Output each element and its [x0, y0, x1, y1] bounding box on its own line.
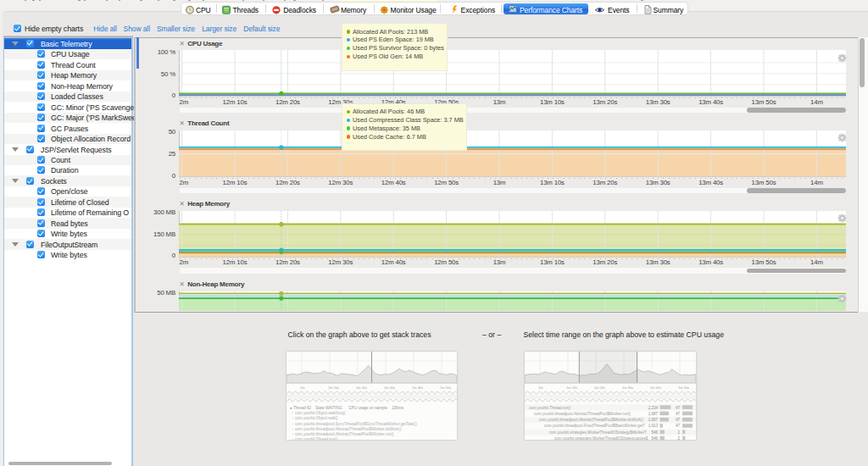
- svg-text:↑: ↑: [292, 432, 293, 436]
- svg-text:com.yourkit.Object.wait(): com.yourkit.Object.wait(): [295, 416, 338, 420]
- svg-text:↑: ↑: [292, 411, 293, 415]
- svg-text:com.yourkit.strategies.WorkerT: com.yourkit.strategies.WorkerThreadIOStr…: [554, 436, 648, 440]
- svg-text:com.yourkit.threadpool.FixedTh: com.yourkit.threadpool.FixedThreadPool$B…: [544, 424, 645, 428]
- svg-text:47: 47: [675, 406, 680, 410]
- svg-text:47: 47: [675, 412, 680, 416]
- svg-text:1m 40s: 1m 40s: [412, 386, 423, 390]
- svg-text:↑: ↑: [292, 416, 293, 420]
- svg-text:1m 30s: 1m 30s: [622, 386, 633, 390]
- svg-text:1m 30s: 1m 30s: [384, 386, 395, 390]
- svg-text:com.yourkit.strategies.WorkerT: com.yourkit.strategies.WorkerThreadIOStr…: [549, 430, 647, 435]
- svg-text:1m: 1m: [538, 386, 543, 390]
- svg-text:com.yourkit.Thread.run(): com.yourkit.Thread.run(): [295, 437, 338, 440]
- svg-text:↑: ↑: [292, 422, 293, 426]
- svg-text:com.yourkit.Thread.run(): com.yourkit.Thread.run(): [529, 406, 571, 410]
- svg-text:1,687: 1,687: [648, 418, 658, 422]
- svg-text:1m 40s: 1m 40s: [650, 386, 661, 390]
- svg-text:1m 20s: 1m 20s: [356, 386, 367, 390]
- svg-text:com.yourkit.threadpool.Abstrac: com.yourkit.threadpool.AbstractThreadPoo…: [295, 432, 394, 436]
- svg-text:1m 20s: 1m 20s: [594, 386, 605, 390]
- svg-text:1m 10s: 1m 10s: [328, 386, 339, 390]
- svg-text:1m 50s: 1m 50s: [678, 386, 689, 390]
- svg-text:1,013: 1,013: [648, 424, 658, 428]
- svg-text:2,234: 2,234: [648, 406, 658, 410]
- svg-text:com.yourkit.threadpool.SyncThr: com.yourkit.threadpool.SyncThreadPool$Sy…: [295, 422, 417, 426]
- svg-text:1m 50s: 1m 50s: [440, 386, 451, 390]
- svg-text:com.yourkit.threadpool.Abstrac: com.yourkit.threadpool.AbstractThreadPoo…: [534, 412, 631, 416]
- svg-text:1m: 1m: [300, 386, 305, 390]
- svg-text:com.yourkit.threadpool.Abstrac: com.yourkit.threadpool.AbstractThreadPoo…: [295, 427, 402, 431]
- svg-text:● Thread 42 State WAITING: ● Thread 42 State WAITING CPU usage on s…: [290, 406, 404, 410]
- svg-text:1m 10s: 1m 10s: [566, 386, 577, 390]
- svg-text:↑: ↑: [292, 437, 293, 440]
- svg-text:com.yourkit.Object.wait(long): com.yourkit.Object.wait(long): [295, 411, 346, 415]
- svg-text:546: 546: [651, 430, 658, 435]
- svg-text:com.yourkit.threadpool.Abstrac: com.yourkit.threadpool.AbstractThreadPoo…: [539, 418, 643, 422]
- svg-text:47: 47: [675, 418, 680, 422]
- svg-text:47: 47: [675, 424, 680, 428]
- svg-text:546: 546: [651, 436, 658, 440]
- svg-text:1,687: 1,687: [648, 412, 658, 416]
- svg-text:↑: ↑: [292, 427, 293, 431]
